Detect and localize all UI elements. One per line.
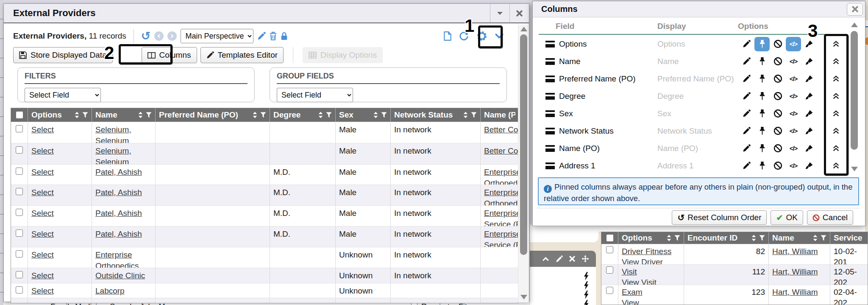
- edit-pencil-icon[interactable]: [739, 37, 754, 51]
- select-link[interactable]: Select: [31, 209, 54, 218]
- header-sort-filter-icons[interactable]: [138, 112, 152, 118]
- store-displayed-data-button[interactable]: Store Displayed Data: [13, 47, 113, 63]
- row-checkbox[interactable]: [16, 125, 23, 132]
- edit-pencil-icon[interactable]: [739, 72, 754, 86]
- display-name[interactable]: Degree: [657, 92, 736, 101]
- encounter-primary-link[interactable]: Exam: [622, 288, 643, 297]
- patient-name-link[interactable]: Hart, William: [772, 247, 818, 256]
- edit-pencil-icon[interactable]: [739, 141, 754, 156]
- header-sort-filter-icons[interactable]: [373, 112, 387, 118]
- new-document-icon[interactable]: [444, 31, 451, 41]
- pin-icon[interactable]: [754, 106, 770, 121]
- column-header[interactable]: Name (PO): [481, 108, 519, 122]
- paintbrush-icon[interactable]: [801, 159, 817, 173]
- pin-icon[interactable]: [754, 124, 770, 138]
- edit-pencil-icon[interactable]: [739, 124, 754, 138]
- column-header[interactable]: Preferred Name (PO): [156, 108, 270, 122]
- row-checkbox[interactable]: [16, 146, 23, 154]
- column-header[interactable]: Network Status: [391, 108, 481, 122]
- pin-icon[interactable]: [754, 89, 770, 104]
- code-icon[interactable]: </>: [786, 159, 801, 173]
- code-icon[interactable]: </>: [786, 106, 801, 121]
- provider-name-link[interactable]: Patel, Ashish: [95, 229, 142, 238]
- scroll-down-arrow[interactable]: [520, 295, 527, 299]
- code-icon[interactable]: </>: [786, 54, 801, 69]
- collapse-chevron-icon[interactable]: [542, 257, 549, 261]
- provider-name-link[interactable]: Patel, Ashish: [95, 168, 142, 176]
- drag-handle-icon[interactable]: [545, 41, 555, 48]
- hide-ban-icon[interactable]: [770, 54, 785, 69]
- row-checkbox[interactable]: [16, 250, 23, 257]
- edit-pencil-icon[interactable]: [739, 89, 754, 104]
- display-name[interactable]: Name (PO): [657, 144, 736, 153]
- provider-name-link[interactable]: Patel, Ashish: [95, 188, 142, 197]
- cancel-button[interactable]: Cancel: [807, 210, 853, 225]
- drag-handle-icon[interactable]: [545, 162, 555, 169]
- delete-perspective-trash-icon[interactable]: [270, 32, 277, 40]
- perspective-select[interactable]: Main Perspective: [181, 29, 253, 43]
- dialog-scrollbar[interactable]: [849, 19, 860, 175]
- name-po-link[interactable]: Enterprise: [484, 188, 518, 197]
- patient-name-link[interactable]: Hart, William: [772, 267, 818, 276]
- ok-button[interactable]: ✔ OK: [771, 210, 803, 225]
- pin-icon[interactable]: [754, 37, 770, 51]
- paintbrush-icon[interactable]: [801, 54, 817, 69]
- provider-name-link[interactable]: Labcorp: [95, 286, 125, 295]
- drag-handle-icon[interactable]: [545, 58, 555, 65]
- hide-ban-icon[interactable]: [770, 124, 785, 138]
- templates-editor-button[interactable]: Templates Editor: [200, 47, 284, 63]
- name-po-link[interactable]: Enterprise D: [484, 229, 518, 238]
- encounter-secondary-link[interactable]: View Visit: [622, 278, 657, 285]
- hide-ban-icon[interactable]: [770, 106, 785, 121]
- select-link[interactable]: Select: [31, 271, 54, 280]
- select-all-checkbox[interactable]: [16, 112, 23, 118]
- header-sort-filter-icons[interactable]: [463, 112, 477, 118]
- pin-icon[interactable]: [754, 159, 770, 173]
- column-header[interactable]: Options: [28, 108, 92, 122]
- hide-ban-icon[interactable]: [770, 72, 785, 86]
- hide-ban-icon[interactable]: [770, 37, 785, 51]
- edit-pencil-icon[interactable]: [739, 159, 754, 173]
- display-name[interactable]: Sex: [657, 109, 736, 118]
- select-link[interactable]: Select: [31, 146, 54, 155]
- hide-ban-icon[interactable]: [770, 141, 785, 156]
- dialog-close-button[interactable]: [847, 3, 863, 16]
- row-checkbox[interactable]: [606, 266, 613, 274]
- display-name[interactable]: Network Status: [657, 126, 736, 136]
- name-po-link[interactable]: Better Corp: [484, 125, 518, 134]
- encounter-primary-link[interactable]: Visit: [622, 267, 637, 276]
- display-name[interactable]: Name: [657, 57, 736, 66]
- scrollbar-thumb[interactable]: [520, 34, 527, 255]
- row-checkbox[interactable]: [16, 168, 23, 175]
- drag-handle-icon[interactable]: [545, 145, 555, 152]
- column-header[interactable]: Degree: [270, 108, 336, 122]
- pin-icon[interactable]: [754, 141, 770, 156]
- code-icon[interactable]: </>: [786, 141, 801, 156]
- undo-icon[interactable]: ↺: [141, 29, 151, 43]
- scrollbar-thumb[interactable]: [851, 31, 858, 150]
- row-checkbox[interactable]: [16, 209, 23, 216]
- select-link[interactable]: Select: [31, 125, 54, 134]
- edit-pencil-icon[interactable]: [739, 106, 754, 121]
- provider-name-link[interactable]: Selenium, Selenium: [95, 125, 131, 143]
- row-checkbox[interactable]: [606, 287, 613, 294]
- delete-x-icon[interactable]: [569, 256, 575, 262]
- header-sort-filter-icons[interactable]: [318, 112, 332, 118]
- drag-handle-icon[interactable]: [545, 76, 555, 82]
- next-arrow-icon[interactable]: [167, 31, 177, 41]
- column-header[interactable]: Options: [618, 232, 684, 244]
- select-link[interactable]: Select: [31, 229, 54, 238]
- move-cross-icon[interactable]: [581, 255, 589, 263]
- header-sort-filter-icons[interactable]: [751, 235, 765, 241]
- provider-name-link[interactable]: Outside Clinic: [95, 271, 145, 280]
- code-icon[interactable]: </>: [786, 72, 801, 86]
- provider-name-link[interactable]: Enterprise Orthopedics: [95, 250, 139, 268]
- name-po-link[interactable]: Enterprise: [484, 168, 518, 176]
- drag-handle-icon[interactable]: [545, 128, 555, 134]
- column-header[interactable]: Name: [92, 108, 156, 122]
- select-link[interactable]: Select: [31, 286, 54, 295]
- select-all-checkbox[interactable]: [606, 235, 613, 241]
- paintbrush-icon[interactable]: [801, 89, 817, 104]
- row-checkbox[interactable]: [16, 271, 23, 278]
- filters-field-select[interactable]: Select Field: [25, 88, 101, 102]
